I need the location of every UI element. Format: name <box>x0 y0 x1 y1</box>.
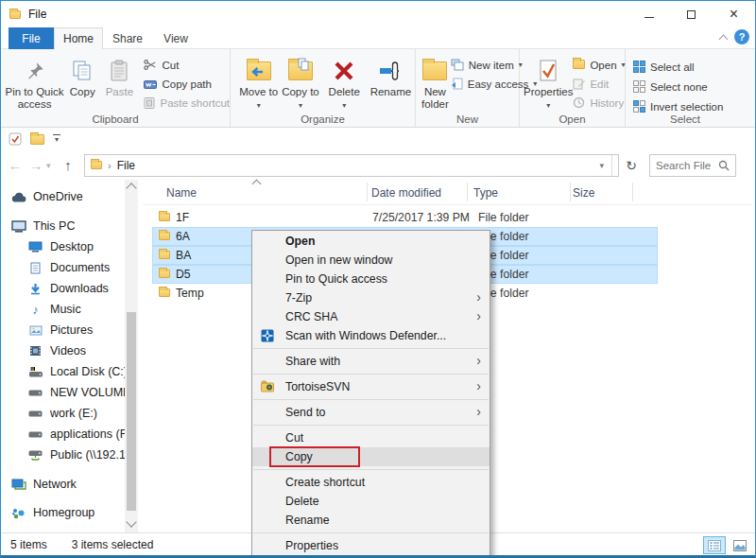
sidebar-item-label: Downloads <box>50 282 109 295</box>
column-headers: Name Date modified Type Size <box>143 180 752 205</box>
tab-home[interactable]: Home <box>54 27 103 49</box>
sidebar-item-label: Desktop <box>50 240 94 253</box>
sidebar-item-network[interactable]: Network <box>1 474 126 495</box>
file-row-1f[interactable]: 1F 7/25/2017 1:39 PM File folder <box>143 208 752 227</box>
address-dropdown-icon[interactable]: ▾ <box>599 155 612 176</box>
rename-button[interactable]: Rename <box>367 53 415 98</box>
tab-view[interactable]: View <box>152 27 199 49</box>
maximize-button[interactable] <box>670 1 713 27</box>
search-box[interactable] <box>649 154 736 177</box>
search-input[interactable] <box>654 159 718 172</box>
sidebar-item-public-share[interactable]: Public (\\192.168 <box>1 445 126 465</box>
file-name[interactable]: D5 <box>176 268 191 281</box>
context-menu: Open Open in new window Pin to Quick acc… <box>251 230 490 557</box>
forward-button[interactable]: → <box>26 157 46 173</box>
edit-button[interactable]: Edit <box>573 76 625 92</box>
minimize-button[interactable] <box>627 1 670 27</box>
sidebar-item-homegroup[interactable]: Homegroup <box>1 502 126 523</box>
menu-item-create-shortcut[interactable]: Create shortcut <box>252 473 490 492</box>
paste-shortcut-button[interactable]: Paste shortcut <box>144 95 230 111</box>
delete-button[interactable]: Delete ▾ <box>322 53 367 112</box>
invert-selection-icon <box>633 100 645 113</box>
pin-to-quick-access-button[interactable]: Pin to Quick access <box>5 53 64 111</box>
new-folder-button[interactable]: New folder <box>421 53 449 111</box>
menu-item-scan-with-defender[interactable]: Scan with Windows Defender... <box>252 326 490 345</box>
close-button[interactable]: × <box>713 1 755 27</box>
sidebar-item-downloads[interactable]: Downloads <box>1 278 126 299</box>
menu-item-share-with[interactable]: Share with › <box>252 352 490 371</box>
tab-share[interactable]: Share <box>103 27 152 49</box>
copy-to-button[interactable]: Copy to ▾ <box>279 53 321 112</box>
properties-button[interactable]: Properties ▾ <box>524 53 573 112</box>
tab-file-menu[interactable]: File <box>9 27 54 49</box>
file-name[interactable]: Temp <box>176 287 204 300</box>
cut-button[interactable]: Cut <box>144 57 230 73</box>
sidebar-item-local-disk-c[interactable]: Local Disk (C:) <box>1 361 126 382</box>
paste-shortcut-label: Paste shortcut <box>160 97 230 109</box>
move-to-button[interactable]: Move to ▾ <box>238 53 279 112</box>
menu-item-label: Create shortcut <box>285 476 365 489</box>
help-icon[interactable]: ? <box>734 29 749 44</box>
details-view-button[interactable] <box>703 536 726 554</box>
sidebar-item-this-pc[interactable]: This PC <box>1 216 126 236</box>
scrollbar-thumb[interactable] <box>127 312 136 511</box>
scroll-up-icon[interactable] <box>126 183 136 193</box>
select-all-button[interactable]: Select all <box>633 59 745 75</box>
recent-locations-dropdown[interactable]: ▾ <box>46 161 58 170</box>
address-bar[interactable]: › File ▾ <box>84 154 619 177</box>
history-button[interactable]: History <box>573 95 625 111</box>
network-icon <box>10 479 26 490</box>
column-name[interactable]: Name <box>166 186 197 200</box>
sidebar-item-videos[interactable]: Videos <box>1 340 126 361</box>
menu-item-copy[interactable]: Copy <box>252 447 490 466</box>
file-name[interactable]: BA <box>176 249 191 262</box>
menu-item-crc-sha[interactable]: CRC SHA › <box>252 307 490 326</box>
qat-customize-button[interactable]: ▾ <box>53 134 60 144</box>
sidebar-item-music[interactable]: ♪ Music <box>1 299 126 320</box>
menu-item-7zip[interactable]: 7-Zip › <box>252 288 490 307</box>
menu-item-open-in-new-window[interactable]: Open in new window <box>252 251 490 270</box>
sidebar-item-applications-f[interactable]: applications (F:) <box>1 424 126 445</box>
menu-item-send-to[interactable]: Send to › <box>252 403 490 422</box>
sidebar-item-documents[interactable]: Documents <box>1 257 126 278</box>
menu-item-rename[interactable]: Rename <box>252 511 490 530</box>
menu-item-delete[interactable]: Delete <box>252 492 490 511</box>
scroll-down-icon[interactable] <box>126 516 136 527</box>
qat-properties-icon[interactable] <box>9 132 22 146</box>
sidebar-item-pictures[interactable]: Pictures <box>1 320 126 340</box>
sidebar-item-work-e[interactable]: work (E:) <box>1 403 126 424</box>
column-date-modified[interactable]: Date modified <box>371 186 441 200</box>
invert-selection-button[interactable]: Invert selection <box>633 98 745 114</box>
menu-item-cut[interactable]: Cut <box>252 428 490 447</box>
file-name[interactable]: 1F <box>176 211 189 224</box>
sidebar-item-new-volume-d[interactable]: NEW VOLUME (D:) <box>1 382 126 403</box>
copy-label: Copy <box>70 86 95 98</box>
large-icons-view-button[interactable] <box>729 536 751 554</box>
sidebar-item-onedrive[interactable]: OneDrive <box>1 186 126 207</box>
copy-button[interactable]: Copy <box>64 53 100 98</box>
menu-item-properties[interactable]: Properties <box>252 536 490 555</box>
music-icon: ♪ <box>27 303 43 317</box>
menu-item-label: Delete <box>285 495 319 508</box>
refresh-button[interactable]: ↻ <box>619 154 644 177</box>
menu-item-tortoisesvn[interactable]: TortoiseSVN › <box>252 377 490 396</box>
menu-item-open[interactable]: Open <box>252 232 490 251</box>
column-size[interactable]: Size <box>573 186 594 200</box>
select-none-button[interactable]: Select none <box>633 78 745 95</box>
column-type[interactable]: Type <box>473 186 498 200</box>
copy-path-button[interactable]: Copy path <box>144 76 230 92</box>
qat-folder-icon[interactable] <box>30 134 44 145</box>
paste-label: Paste <box>106 86 133 98</box>
address-path[interactable]: File <box>117 159 135 172</box>
menu-item-pin-to-quick-access[interactable]: Pin to Quick access <box>252 270 490 288</box>
back-button[interactable]: ← <box>5 157 26 173</box>
sidebar-item-desktop[interactable]: Desktop <box>1 236 126 257</box>
up-button[interactable]: ↑ <box>58 157 78 173</box>
open-button[interactable]: Open ▾ <box>573 57 625 73</box>
menu-separator <box>253 399 489 400</box>
collapse-ribbon-icon[interactable] <box>719 34 729 44</box>
homegroup-icon <box>10 507 26 519</box>
sidebar-scrollbar[interactable] <box>125 180 138 532</box>
file-name[interactable]: 6A <box>176 230 190 243</box>
paste-button[interactable]: Paste <box>100 53 138 98</box>
